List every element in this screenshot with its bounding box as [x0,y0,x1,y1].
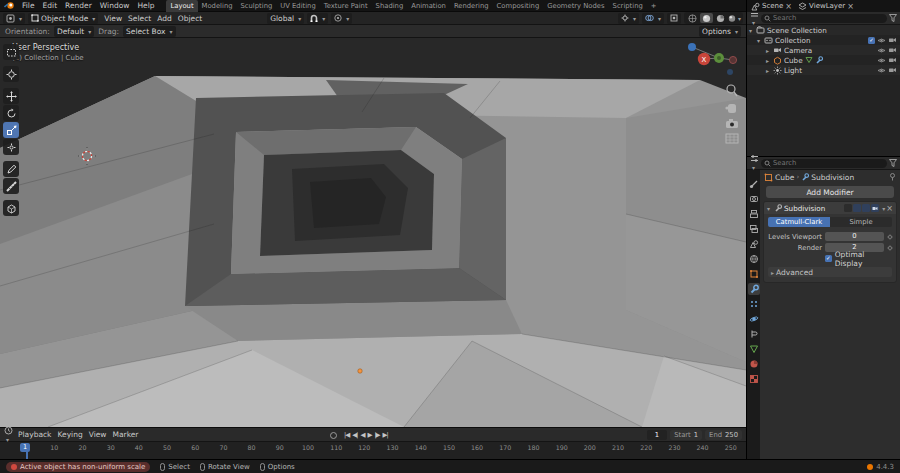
outliner-row-camera[interactable]: Camera [747,45,900,55]
timeline-menu-item[interactable]: View [86,430,110,439]
shading-rendered-button[interactable] [728,13,741,23]
tab-scene[interactable] [748,238,760,250]
outliner-filter-icon[interactable] [889,14,897,22]
tab-texture[interactable] [748,373,760,385]
orientation-default-selector[interactable]: Default [54,26,94,37]
modifier-header[interactable]: Subdivision [764,202,896,214]
shading-material-button[interactable] [714,13,727,23]
drag-mode-selector[interactable]: Select Box [123,26,175,37]
viewport-menu-item[interactable]: Object [175,14,205,23]
workspace-tab[interactable]: Animation [407,0,450,12]
hide-viewport-eye-icon[interactable] [877,56,886,65]
tab-particles[interactable] [748,298,760,310]
tool-add-cube[interactable] [3,200,19,216]
modifier-realtime-toggle[interactable] [862,204,870,212]
viewport-scene[interactable] [0,38,746,427]
optimal-display-checkbox[interactable] [825,255,832,262]
view-layer-selector[interactable]: ViewLayer [809,2,845,10]
outliner-row-scene-collection[interactable]: Scene Collection [747,25,900,35]
jump-to-start-button[interactable] [344,431,349,439]
disable-render-camera-icon[interactable] [888,36,897,44]
app-menu-item[interactable]: Edit [39,1,62,10]
workspace-tab[interactable]: Sculpting [237,0,277,12]
modifier-extras-dropdown[interactable] [880,204,885,213]
tab-material[interactable] [748,358,760,370]
frame-start-field[interactable]: Start1 [670,430,702,440]
viewport-menu-item[interactable]: Add [154,14,175,23]
tab-tool[interactable] [748,178,760,190]
timeline-menu-item[interactable]: Keying [54,430,85,439]
current-frame-field[interactable]: 1 [647,430,667,440]
disable-render-camera-icon[interactable] [888,66,897,74]
app-menu-item[interactable]: File [18,1,39,10]
app-menu-item[interactable]: Render [61,1,96,10]
tab-output[interactable] [748,208,760,220]
levels-viewport-field[interactable]: 0 [825,232,884,241]
pan-hand-icon[interactable] [725,104,736,113]
tab-world[interactable] [748,253,760,265]
playhead-frame-badge[interactable]: 1 [20,443,30,452]
pin-icon[interactable] [889,173,896,181]
workspace-tab[interactable]: Modeling [198,0,237,12]
modifier-oncage-toggle[interactable] [844,204,852,212]
unlink-scene-icon[interactable] [785,2,792,11]
new-view-layer-icon[interactable] [847,2,854,11]
breadcrumb-object[interactable]: Cube [775,173,794,182]
subdivision-type-simple[interactable]: Simple [830,217,892,227]
shading-solid-button[interactable] [700,13,713,23]
tab-modifiers[interactable] [748,283,760,295]
xray-toggle[interactable] [667,13,681,24]
tool-scale[interactable] [3,122,19,138]
tool-rotate[interactable] [3,105,19,121]
object-origin-dot[interactable] [358,369,362,373]
workspace-tab[interactable]: Shading [372,0,408,12]
workspace-tab[interactable]: Compositing [493,0,544,12]
properties-search[interactable] [761,159,887,168]
outliner-search[interactable] [761,14,887,23]
camera-view-icon[interactable] [726,119,738,128]
viewport-menu-item[interactable]: Select [125,14,154,23]
tool-annotate[interactable] [3,161,19,177]
hide-viewport-eye-icon[interactable] [877,46,886,55]
perspective-toggle-icon[interactable] [726,134,738,143]
disable-render-camera-icon[interactable] [888,46,897,54]
outliner-row-collection[interactable]: Collection [747,35,900,45]
advanced-subpanel[interactable]: Advanced [768,267,892,277]
outliner-row-cube[interactable]: Cube [747,55,900,65]
workspace-tab[interactable]: Scripting [609,0,647,12]
modifier-editmode-toggle[interactable] [853,204,861,212]
keyframe-decorator-icon[interactable] [887,234,893,240]
tool-select-box[interactable] [3,44,19,60]
properties-filter-icon[interactable] [889,159,897,167]
blender-logo-icon[interactable] [4,1,15,10]
timeline-editor-selector[interactable] [4,426,13,444]
auto-keying-button[interactable] [330,432,337,439]
app-menu-item[interactable]: Window [96,1,134,10]
workspace-tab[interactable]: Geometry Nodes [543,0,608,12]
tab-object[interactable] [748,268,760,280]
add-modifier-button[interactable]: Add Modifier [766,186,894,198]
next-keyframe-button[interactable] [374,431,379,439]
collection-checkbox[interactable] [868,37,875,44]
snap-options-dropdown[interactable] [320,14,325,23]
show-gizmo-toggle[interactable] [618,13,639,24]
workspace-tab[interactable]: + [647,0,661,12]
tab-object-constraints[interactable] [748,328,760,340]
tab-physics[interactable] [748,313,760,325]
play-reverse-button[interactable] [360,431,364,439]
timeline-menu-item[interactable]: Marker [109,430,141,439]
tab-object-data[interactable] [748,343,760,355]
hide-viewport-eye-icon[interactable] [877,66,886,75]
outliner-search-input[interactable] [773,14,884,22]
workspace-tab[interactable]: Texture Paint [320,0,372,12]
navigation-gizmo[interactable]: X [682,42,742,144]
viewport-3d[interactable]: User Perspective (1) Collection | Cube [0,38,746,427]
modifier-render-toggle[interactable] [871,204,879,212]
options-dropdown[interactable]: Options [699,26,741,37]
snap-toggle[interactable] [307,13,328,24]
disable-render-camera-icon[interactable] [888,56,897,64]
tool-measure[interactable] [3,178,19,194]
tab-render[interactable] [748,193,760,205]
zoom-control-icon[interactable] [727,85,737,96]
workspace-tab[interactable]: UV Editing [276,0,319,12]
